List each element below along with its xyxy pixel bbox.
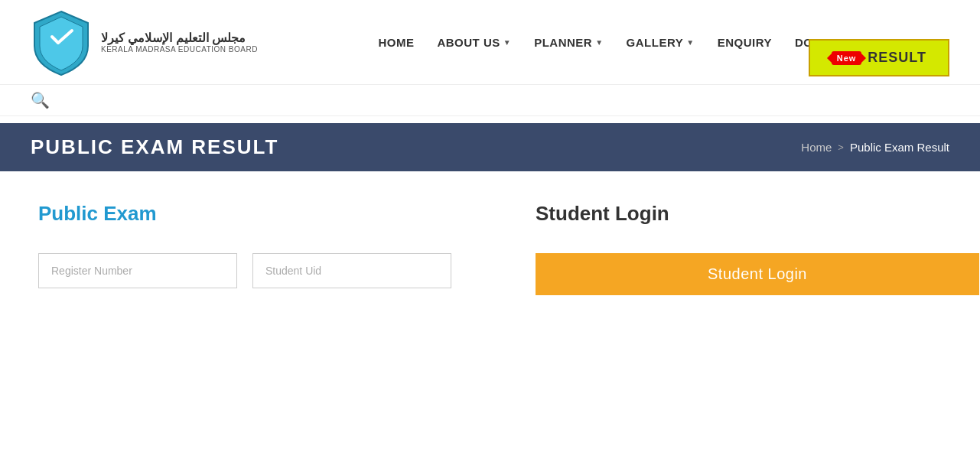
nav-enquiry[interactable]: ENQUIRY [718,36,772,49]
logo-english: KERALA MADRASA EDUCATION BOARD [101,45,258,54]
gallery-dropdown-arrow: ▼ [686,38,694,47]
search-icon[interactable]: 🔍 [31,91,50,109]
search-row: 🔍 [0,85,980,116]
public-exam-section: Public Exam [38,202,513,295]
nav-home[interactable]: HOME [378,36,414,49]
logo-icon [31,8,92,76]
main-content: Public Exam Student Login Student Login [0,171,980,326]
exam-input-row [38,253,513,288]
result-button-area: New RESULT [809,39,949,76]
nav-planner[interactable]: PLANNER ▼ [534,36,603,49]
breadcrumb: Home > Public Exam Result [801,141,949,154]
logo-area: مجلس التعليم الإسلامي كيرلا KERALA MADRA… [31,8,258,76]
planner-dropdown-arrow: ▼ [595,38,603,47]
result-button[interactable]: New RESULT [809,39,949,76]
nav-about[interactable]: ABOUT US ▼ [437,36,511,49]
breadcrumb-current: Public Exam Result [850,141,949,154]
breadcrumb-separator: > [838,141,844,153]
banner-bar: PUBLIC EXAM RESULT Home > Public Exam Re… [0,123,980,171]
student-login-button[interactable]: Student Login [536,253,979,295]
new-badge: New [832,51,862,65]
nav-gallery[interactable]: GALLERY ▼ [627,36,695,49]
about-dropdown-arrow: ▼ [503,38,511,47]
search-result-row: 🔍 New RESULT [0,85,980,123]
register-number-input[interactable] [38,253,237,288]
student-uid-input[interactable] [252,253,451,288]
breadcrumb-home[interactable]: Home [801,141,832,154]
public-exam-title: Public Exam [38,202,513,226]
student-login-title: Student Login [536,202,979,226]
logo-text: مجلس التعليم الإسلامي كيرلا KERALA MADRA… [101,31,258,54]
result-label: RESULT [868,50,926,66]
student-login-section: Student Login Student Login [513,202,979,295]
logo-arabic: مجلس التعليم الإسلامي كيرلا [101,31,246,45]
page-title: PUBLIC EXAM RESULT [31,135,278,159]
